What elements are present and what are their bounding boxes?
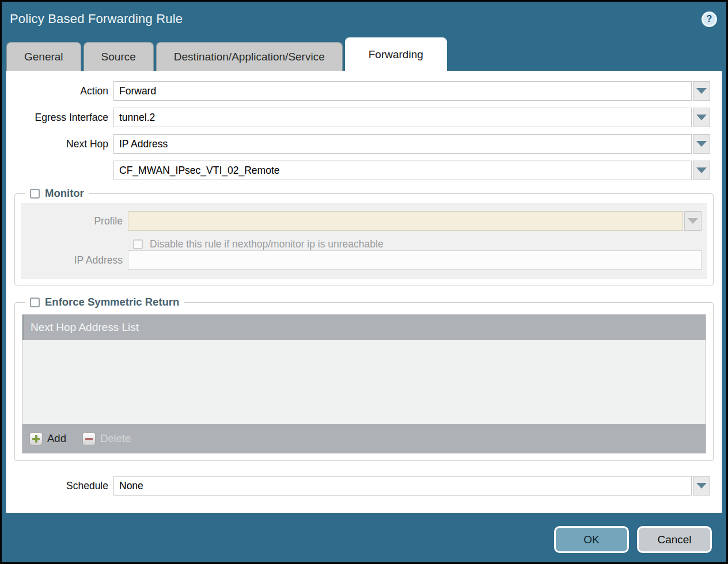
chevron-down-icon [688,218,698,224]
dialog-title: Policy Based Forwarding Rule [10,12,702,26]
tab-label: Forwarding [369,48,423,61]
monitor-legend: Monitor [45,187,84,200]
next-hop-address-combobox[interactable] [113,161,692,180]
symmetric-return-checkbox[interactable] [30,298,40,307]
next-hop-address-dropdown-button[interactable] [693,161,710,180]
action-label: Action [6,85,113,97]
egress-interface-dropdown-button[interactable] [693,108,710,127]
forwarding-panel: Action Egress Interface Next Hop [6,71,722,513]
chevron-down-icon [696,88,707,94]
tab-label: Source [101,51,136,63]
profile-combobox [128,211,683,231]
table-body[interactable] [22,340,706,424]
tab-bar: General Source Destination/Application/S… [2,36,726,71]
disable-rule-label: Disable this rule if nexthop/monitor ip … [150,238,384,250]
tab-source[interactable]: Source [84,42,154,71]
minus-icon [82,432,96,445]
next-hop-type-combobox[interactable] [113,134,692,154]
profile-dropdown-button [684,211,702,231]
monitor-section: Monitor Profile Disable this rule if nex… [14,187,714,285]
next-hop-value-row [6,161,710,180]
ok-button[interactable]: OK [554,526,629,553]
next-hop-type-dropdown-button[interactable] [693,134,710,154]
dialog-footer: OK Cancel [554,526,712,553]
chevron-down-icon [696,483,707,489]
symmetric-return-legend: Enforce Symmetric Return [45,296,179,308]
action-combobox[interactable] [113,81,692,101]
profile-label: Profile [21,215,128,227]
egress-interface-combobox[interactable] [113,108,692,127]
pbf-rule-dialog: Policy Based Forwarding Rule ? General S… [0,0,728,564]
plus-icon [29,432,43,445]
tab-forwarding[interactable]: Forwarding [345,37,447,71]
help-icon: ? [707,14,712,24]
schedule-combobox[interactable] [113,476,692,496]
next-hop-address-table: Next Hop Address List Add Delete [22,314,706,454]
chevron-down-icon [696,115,707,120]
cancel-button[interactable]: Cancel [637,526,712,553]
action-row: Action [6,81,710,101]
schedule-label: Schedule [6,480,113,492]
table-header: Next Hop Address List [22,315,706,340]
table-header-label: Next Hop Address List [31,321,139,334]
table-footer: Add Delete [22,424,706,453]
monitor-ip-input [128,250,702,270]
add-button-label: Add [47,432,66,445]
next-hop-label: Next Hop [6,138,113,150]
help-button[interactable]: ? [702,12,717,27]
tab-label: Destination/Application/Service [174,51,325,63]
disable-rule-row: Disable this rule if nexthop/monitor ip … [133,238,707,250]
chevron-down-icon [696,141,707,147]
schedule-row: Schedule [6,476,710,496]
next-hop-row: Next Hop [6,134,710,154]
delete-button-label: Delete [100,432,131,445]
monitor-ip-label: IP Address [21,254,128,266]
schedule-dropdown-button[interactable] [693,476,710,496]
egress-interface-label: Egress Interface [6,112,113,124]
tab-general[interactable]: General [6,42,81,71]
symmetric-return-section: Enforce Symmetric Return Next Hop Addres… [14,296,714,461]
chevron-down-icon [696,167,707,173]
action-dropdown-button[interactable] [693,81,710,101]
monitor-body: Profile Disable this rule if nexthop/mon… [21,203,707,279]
title-bar: Policy Based Forwarding Rule ? [2,2,726,36]
delete-button: Delete [82,432,131,445]
tab-destination-application-service[interactable]: Destination/Application/Service [156,42,343,71]
add-button[interactable]: Add [29,432,66,445]
monitor-checkbox[interactable] [30,189,40,199]
monitor-ip-row: IP Address [21,250,702,270]
profile-row: Profile [21,211,702,231]
disable-rule-checkbox [133,239,143,249]
tab-label: General [24,51,63,63]
egress-interface-row: Egress Interface [6,108,710,127]
